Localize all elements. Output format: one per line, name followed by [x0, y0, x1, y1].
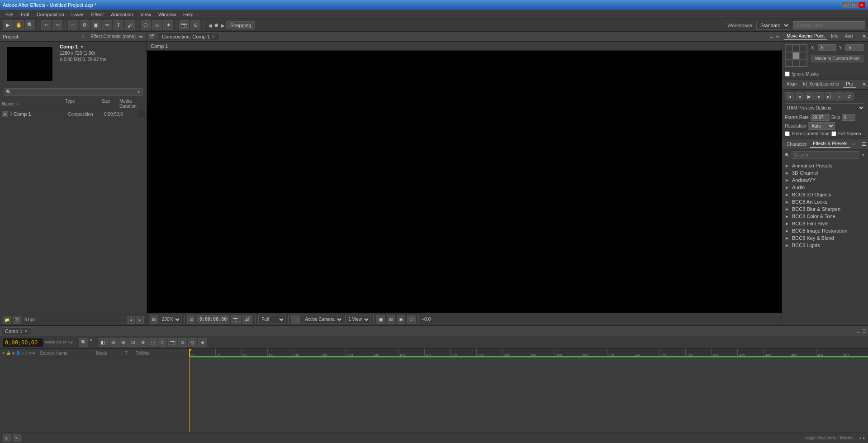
move-to-custom-btn[interactable]: Move to Custom Point: [811, 55, 863, 62]
effects-item-animation-presets[interactable]: ▶Animation Presets: [782, 162, 868, 169]
anchor-tc[interactable]: [792, 45, 800, 52]
orbit-tool[interactable]: ⊙: [190, 20, 200, 30]
from-current-check[interactable]: [785, 131, 790, 136]
tl-trim-btn[interactable]: ⊡: [128, 338, 138, 347]
bpc-btn[interactable]: 8 bpc: [24, 317, 35, 322]
effects-item-andrewyy[interactable]: ▶AndrewYY: [782, 176, 868, 184]
loop-btn[interactable]: ↺: [844, 92, 854, 100]
timeline-ruler[interactable]: 0s2s4s6s8s10s12s14s16s18s20s22s24s26s28s…: [189, 349, 868, 432]
col-effect-icon[interactable]: fx: [29, 351, 32, 355]
menu-help[interactable]: Help: [180, 11, 197, 18]
anchor-tl[interactable]: [785, 45, 792, 52]
timeline-panel-menu[interactable]: ☰: [862, 329, 866, 333]
new-comp-btn[interactable]: □: [68, 20, 78, 30]
comp-panel-menu[interactable]: ☰: [776, 34, 780, 39]
col-name-header[interactable]: Name ▲: [2, 99, 65, 109]
viewer-render-btn[interactable]: ▣: [376, 315, 385, 324]
redo-btn[interactable]: ↪: [52, 20, 62, 30]
anchor-ml[interactable]: [785, 52, 792, 59]
tf-arrow-left[interactable]: ◂: [859, 435, 861, 440]
menu-animation[interactable]: Animation: [107, 11, 137, 18]
mask-tool[interactable]: ⬡: [141, 20, 151, 30]
render-btn[interactable]: ▣: [91, 20, 101, 30]
x-input[interactable]: [818, 44, 836, 51]
tl-light-btn[interactable]: ⊙: [178, 338, 187, 347]
viewer-region-btn[interactable]: ⊡: [187, 315, 195, 324]
zoom-select[interactable]: 200% 100% 50%: [160, 315, 181, 324]
next-btn[interactable]: ▸: [136, 316, 144, 324]
tl-fill-btn[interactable]: ⬚: [148, 338, 157, 347]
menu-view[interactable]: View: [137, 11, 155, 18]
hand-tool[interactable]: ✋: [14, 20, 24, 30]
effects-item-3d-channel[interactable]: ▶3D Channel: [782, 169, 868, 176]
view-layout-select[interactable]: 1 View: [345, 315, 370, 324]
skip-to-end-btn[interactable]: ▸|: [825, 92, 834, 100]
effects-search-input[interactable]: [792, 151, 859, 159]
comp-dropdown-arrow[interactable]: ▼: [80, 44, 84, 50]
effects-item-bcc8-film-style[interactable]: ▶BCC8 Film Style: [782, 220, 868, 227]
effect-controls-tab[interactable]: Effect Controls: (none): [90, 34, 136, 39]
new-comp-footer-btn[interactable]: 🎬: [13, 316, 21, 324]
tl-adj-btn[interactable]: ◈: [198, 338, 207, 347]
right-mid-close[interactable]: ✕: [862, 81, 866, 87]
anchor-tr[interactable]: [800, 45, 807, 52]
col-collapse-icon[interactable]: ◇: [21, 351, 24, 355]
tf-graph-btn[interactable]: ∿: [13, 434, 21, 442]
audio-preview-btn[interactable]: ♪: [835, 92, 844, 100]
nav-arrow-mid[interactable]: ●: [214, 20, 219, 30]
effects-search-dropdown[interactable]: ▼: [861, 153, 865, 157]
maximize-btn[interactable]: □: [850, 2, 857, 8]
tl-lift-btn[interactable]: ◧: [99, 338, 108, 347]
search-help-input[interactable]: [793, 21, 865, 29]
pre-tab[interactable]: Pre: [843, 81, 856, 88]
skip-input[interactable]: [842, 114, 855, 121]
viewer-snap-btn[interactable]: ⊞: [387, 315, 395, 324]
effects-item-bcc8-art-looks[interactable]: ▶BCC8 Art Looks: [782, 198, 868, 205]
play-btn[interactable]: ▶: [805, 92, 814, 100]
effects-item-audio[interactable]: ▶Audio: [782, 184, 868, 191]
nav-arrow-left[interactable]: ◂: [208, 20, 212, 30]
prev-frame-btn[interactable]: ◂: [795, 92, 804, 100]
project-tab[interactable]: Project: [3, 34, 80, 39]
text-tool[interactable]: T: [114, 20, 123, 30]
nav-arrow-right[interactable]: ▸: [221, 20, 225, 30]
right-top-close[interactable]: ✕: [862, 33, 866, 39]
zoom-tool[interactable]: 🔍: [25, 20, 35, 30]
timeline-minimize-btn[interactable]: 🗕: [856, 329, 860, 333]
close-btn[interactable]: ✕: [858, 2, 865, 8]
new-folder-btn[interactable]: 📁: [3, 316, 11, 324]
timeline-content-area[interactable]: [189, 358, 868, 432]
ram-preview-select[interactable]: RAM Preview Options: [785, 103, 865, 112]
move-anchor-tab[interactable]: Move Anchor Point: [784, 33, 827, 40]
snapping-btn[interactable]: Snapping: [226, 21, 256, 29]
info-tab[interactable]: Info: [828, 33, 841, 40]
effects-panel-menu[interactable]: ☰: [862, 141, 866, 147]
audio-tab[interactable]: Aud: [842, 33, 856, 40]
col-shy-icon[interactable]: 👤: [16, 351, 20, 355]
col-quality-icon[interactable]: ⬡: [25, 351, 28, 355]
timeline-tab-close[interactable]: ✕: [24, 329, 28, 333]
viewer-grid-btn[interactable]: ⊞: [150, 315, 158, 324]
menu-effect[interactable]: Effect: [87, 11, 107, 18]
viewer-mask-btn[interactable]: ◉: [397, 315, 405, 324]
viewer-tab[interactable]: Comp 1: [151, 43, 168, 49]
effects-item-bcc8-lights[interactable]: ▶BCC8 Lights: [782, 242, 868, 249]
tl-search-dropdown[interactable]: ▼: [89, 338, 93, 347]
tl-dupe-btn[interactable]: ⊕: [138, 338, 147, 347]
menu-edit[interactable]: Edit: [17, 11, 33, 18]
anchor-mr[interactable]: [800, 52, 807, 59]
col-solo-icon[interactable]: ◉: [12, 351, 15, 355]
project-item-comp1[interactable]: ■ Comp 1 Composition 0;00;50;0: [0, 110, 147, 118]
effects-item-bcc8-color-&-tone[interactable]: ▶BCC8 Color & Tone: [782, 213, 868, 220]
settings-btn[interactable]: ⚙: [80, 20, 90, 30]
undo-btn[interactable]: ↩: [41, 20, 51, 30]
minimize-btn[interactable]: ─: [842, 2, 849, 8]
effects-item-bcc8-blur-&-sharpen[interactable]: ▶BCC8 Blur & Sharpen: [782, 205, 868, 213]
timeline-comp-tab[interactable]: Comp 1 ✕: [2, 327, 31, 335]
effects-item-bcc8-key-&-blend[interactable]: ▶BCC8 Key & Blend: [782, 234, 868, 242]
anchor-mc[interactable]: [792, 52, 800, 59]
shape-tool[interactable]: ◇: [152, 20, 162, 30]
project-tab-close[interactable]: ✕: [81, 34, 85, 39]
effects-item-bcc8-3d-objects[interactable]: ▶BCC8 3D Objects: [782, 191, 868, 198]
next-frame-btn[interactable]: ▸: [815, 92, 824, 100]
